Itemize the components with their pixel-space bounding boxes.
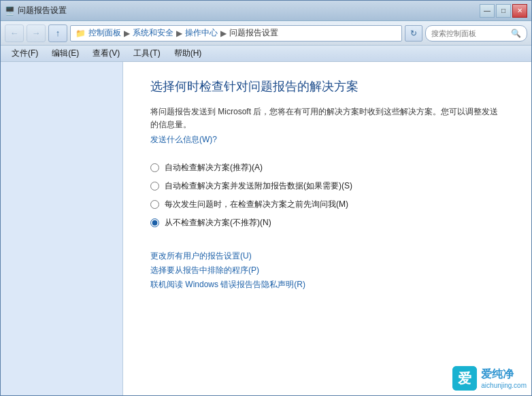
- up-button[interactable]: ↑: [48, 24, 67, 42]
- breadcrumb-item-0[interactable]: 控制面板: [88, 27, 121, 39]
- links-section: 更改所有用户的报告设置(U) 选择要从报告中排除的程序(P) 联机阅读 Wind…: [150, 250, 504, 291]
- title-bar-text: 🖥️ 问题报告设置: [5, 5, 67, 16]
- breadcrumb: 控制面板 ▶ 系统和安全 ▶ 操作中心 ▶ 问题报告设置: [88, 27, 278, 39]
- radio-option-2[interactable]: 自动检查解决方案并发送附加报告数据(如果需要)(S): [150, 180, 504, 192]
- watermark: 爱 爱纯净 aichunjing.com: [452, 366, 527, 391]
- radio-option-1[interactable]: 自动检查解决方案(推荐)(A): [150, 162, 504, 174]
- radio-button-2[interactable]: [150, 182, 159, 191]
- description-text: 将问题报告发送到 Microsoft 后，您将在有可用的解决方案时收到这些解决方…: [150, 105, 504, 131]
- menu-view[interactable]: 查看(V): [87, 46, 125, 61]
- options-section: 自动检查解决方案(推荐)(A) 自动检查解决方案并发送附加报告数据(如果需要)(…: [150, 162, 504, 229]
- right-content: 选择何时检查针对问题报告的解决方案 将问题报告发送到 Microsoft 后，您…: [123, 62, 531, 395]
- back-button[interactable]: ←: [5, 24, 24, 42]
- svg-text:爱: 爱: [458, 371, 471, 386]
- content-area: 选择何时检查针对问题报告的解决方案 将问题报告发送到 Microsoft 后，您…: [1, 62, 531, 395]
- window-icon: 🖥️: [5, 6, 15, 16]
- radio-button-1[interactable]: [150, 163, 159, 172]
- address-icon: 📁: [75, 28, 86, 39]
- info-link[interactable]: 发送什么信息(W)?: [150, 135, 217, 144]
- minimize-button[interactable]: —: [480, 4, 495, 18]
- privacy-statement-link[interactable]: 联机阅读 Windows 错误报告告隐私声明(R): [150, 279, 504, 291]
- close-button[interactable]: ✕: [512, 4, 527, 18]
- window-title: 问题报告设置: [18, 5, 67, 16]
- breadcrumb-item-1[interactable]: 系统和安全: [133, 27, 173, 39]
- toolbar: ← → ↑ 📁 控制面板 ▶ 系统和安全 ▶ 操作中心 ▶ 问题报告设置 ↻ 🔍: [1, 21, 531, 46]
- maximize-button[interactable]: □: [496, 4, 511, 18]
- change-all-users-link[interactable]: 更改所有用户的报告设置(U): [150, 250, 504, 262]
- radio-option-4[interactable]: 从不检查解决方案(不推荐)(N): [150, 217, 504, 229]
- watermark-en-text: aichunjing.com: [481, 382, 527, 389]
- menu-help[interactable]: 帮助(H): [169, 46, 207, 61]
- radio-button-3[interactable]: [150, 200, 159, 209]
- address-bar: 📁 控制面板 ▶ 系统和安全 ▶ 操作中心 ▶ 问题报告设置: [70, 25, 402, 42]
- search-icon[interactable]: 🔍: [511, 29, 521, 38]
- watermark-text: 爱纯净 aichunjing.com: [481, 367, 527, 389]
- radio-label-2[interactable]: 自动检查解决方案并发送附加报告数据(如果需要)(S): [165, 180, 352, 192]
- title-bar: 🖥️ 问题报告设置 — □ ✕: [1, 1, 531, 21]
- radio-label-3[interactable]: 每次发生问题时，在检查解决方案之前先询问我(M): [165, 199, 348, 210]
- watermark-logo: 爱: [452, 366, 477, 391]
- breadcrumb-item-3: 问题报告设置: [229, 27, 278, 39]
- left-panel: [1, 62, 123, 395]
- radio-label-4[interactable]: 从不检查解决方案(不推荐)(N): [165, 217, 271, 229]
- radio-button-4[interactable]: [150, 218, 159, 227]
- main-window: 🖥️ 问题报告设置 — □ ✕ ← → ↑ 📁 控制面板 ▶ 系统和安全 ▶ 操…: [0, 0, 532, 396]
- menu-tools[interactable]: 工具(T): [128, 46, 165, 61]
- menu-bar: 文件(F) 编辑(E) 查看(V) 工具(T) 帮助(H): [1, 46, 531, 62]
- watermark-cn-text: 爱纯净: [481, 367, 527, 382]
- page-title: 选择何时检查针对问题报告的解决方案: [150, 78, 504, 95]
- menu-edit[interactable]: 编辑(E): [46, 46, 84, 61]
- title-bar-controls: — □ ✕: [480, 4, 527, 18]
- exclude-programs-link[interactable]: 选择要从报告中排除的程序(P): [150, 265, 504, 276]
- radio-label-1[interactable]: 自动检查解决方案(推荐)(A): [165, 162, 263, 174]
- search-box[interactable]: 🔍: [425, 25, 527, 42]
- radio-option-3[interactable]: 每次发生问题时，在检查解决方案之前先询问我(M): [150, 199, 504, 210]
- refresh-button[interactable]: ↻: [405, 25, 422, 42]
- menu-file[interactable]: 文件(F): [6, 46, 44, 61]
- breadcrumb-item-2[interactable]: 操作中心: [185, 27, 218, 39]
- search-input[interactable]: [431, 29, 511, 37]
- forward-button[interactable]: →: [27, 24, 46, 42]
